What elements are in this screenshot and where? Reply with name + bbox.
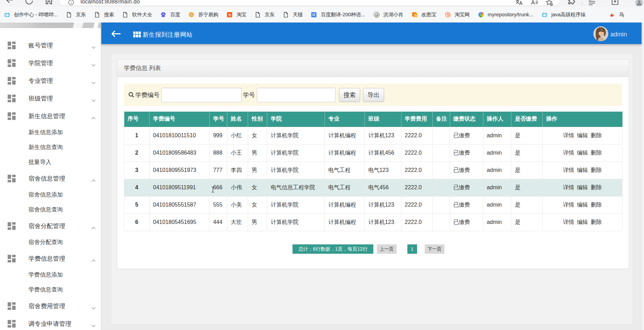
bookmark-item[interactable]: 洪湖小肖 — [374, 11, 404, 18]
sidebar-item-label: 学费信息管理 — [28, 254, 65, 263]
bookmark-label: 创作中心 - 哔哩哔... — [14, 11, 58, 18]
row-action-edit[interactable]: 编辑 — [577, 167, 588, 173]
svg-text:淘: 淘 — [228, 13, 231, 17]
row-action-detail[interactable]: 详情 — [563, 167, 574, 173]
row-action-detail[interactable]: 详情 — [563, 184, 574, 190]
row-action-delete[interactable]: 删除 — [591, 219, 602, 225]
sidebar-subitem[interactable]: 宿舍信息查询 — [0, 202, 101, 217]
student-no-input[interactable] — [257, 88, 336, 102]
sidebar-subitem[interactable]: 宿舍分配查询 — [0, 235, 101, 250]
bookmark-item[interactable]: du百度 — [160, 11, 180, 18]
table-cell: admin — [483, 196, 511, 214]
user-avatar[interactable] — [593, 26, 608, 41]
collections-icon[interactable] — [611, 0, 619, 6]
table-cell: 小王 — [227, 144, 248, 162]
row-action-edit[interactable]: 编辑 — [577, 202, 588, 208]
bookmark-item[interactable]: 鸟 — [609, 11, 624, 18]
sidebar-item[interactable]: 宿舍信息管理 — [0, 170, 101, 187]
row-action-detail[interactable]: 详情 — [563, 132, 574, 138]
sidebar-item[interactable]: 账号管理 — [0, 36, 101, 54]
table-row[interactable]: 604101805451695444大壮男计算机学院计算机编程计算机123222… — [124, 214, 622, 231]
row-action-delete[interactable]: 删除 — [591, 132, 602, 138]
bookmark-item[interactable]: 京东 — [66, 11, 86, 18]
browser-profile-avatar[interactable] — [635, 0, 643, 6]
browser-reload-icon[interactable] — [25, 0, 34, 5]
bookmark-item[interactable]: 淘淘宝网 — [445, 11, 470, 18]
sidebar-item[interactable]: 宿舍费用管理 — [0, 297, 101, 315]
sidebar-subitem[interactable]: 学费信息添加 — [0, 267, 101, 282]
sidebar-item[interactable]: 班级管理 — [0, 89, 101, 107]
current-page-button[interactable]: 1 — [407, 244, 417, 254]
chevron-up-icon — [91, 177, 96, 183]
table-cell: 计算机123 — [365, 127, 401, 144]
site-info-icon[interactable] — [68, 0, 74, 6]
row-action-detail[interactable]: 详情 — [563, 219, 574, 225]
table-cell: admin — [483, 144, 511, 162]
browser-back-icon[interactable] — [5, 0, 14, 5]
bookmark-item[interactable]: 创作中心 - 哔哩哔... — [4, 11, 58, 18]
table-cell: 已缴费 — [450, 179, 483, 196]
add-favorite-icon[interactable] — [545, 0, 553, 6]
bookmark-item[interactable]: 搜索 — [94, 11, 114, 18]
row-action-detail[interactable]: 详情 — [563, 202, 574, 208]
sidebar-subitem[interactable]: 批量导入 — [0, 155, 101, 170]
sidebar-item[interactable]: 调专业申请管理 — [0, 315, 101, 330]
app-grid-icon[interactable] — [133, 32, 141, 37]
row-action-delete[interactable]: 删除 — [591, 202, 602, 208]
table-row[interactable]: 404101809511991666小伟女电气信息工程学院电气工程电气45622… — [124, 179, 622, 196]
bookmark-item[interactable]: 京东 — [255, 11, 274, 18]
next-page-button[interactable]: 下一页 — [425, 244, 444, 254]
bookmark-item[interactable]: 译百度翻译-200种语... — [311, 11, 365, 18]
read-aloud-icon[interactable] — [530, 0, 538, 6]
sidebar-item[interactable]: 学院管理 — [0, 54, 101, 72]
sidebar-item[interactable]: 宿舍分配管理 — [0, 217, 101, 235]
prev-page-button[interactable]: 上一页 — [377, 244, 397, 254]
sidebar-subitem[interactable]: 学费信息查询 — [0, 282, 101, 297]
row-action-edit[interactable]: 编辑 — [577, 219, 588, 225]
extensions-icon[interactable] — [567, 0, 575, 6]
search-panel: 学费编号 学号 搜索 导出 — [124, 84, 622, 106]
row-action-edit[interactable]: 编辑 — [577, 150, 588, 156]
bookmark-item[interactable]: 淘淘宝 — [227, 11, 246, 18]
bookmark-item[interactable]: 软件大全 — [122, 11, 152, 18]
app-back-arrow-icon[interactable] — [111, 31, 121, 37]
table-row[interactable]: 204101809586483888小王男计算机学院计算机编程计算机456222… — [124, 144, 622, 162]
browser-home-icon[interactable] — [44, 0, 53, 5]
row-action-delete[interactable]: 删除 — [591, 150, 602, 156]
sidebar-subitem[interactable]: 宿舍信息添加 — [0, 187, 101, 202]
table-row[interactable]: 304101809551973777李四男计算机学院电气工程电气1232222.… — [124, 162, 622, 179]
sidebar-subitem[interactable]: 新生信息添加 — [0, 125, 101, 140]
sidebar-item[interactable]: 新生信息管理 — [0, 107, 101, 125]
bookmark-item[interactable]: java高级程序猿 — [542, 11, 586, 18]
row-action-edit[interactable]: 编辑 — [577, 184, 588, 190]
row-action-delete[interactable]: 删除 — [591, 167, 602, 173]
table-cell: 小红 — [227, 127, 248, 144]
table-cell: 04101809511991 — [150, 179, 210, 196]
row-action-detail[interactable]: 详情 — [563, 150, 574, 156]
bookmark-item[interactable]: 天猫 — [283, 11, 303, 18]
address-bar[interactable]: localhost:8088/main.do — [60, 0, 559, 6]
bookmark-item[interactable]: 苏宁易购 — [188, 11, 218, 18]
table-row[interactable]: 504101805551587555小美女计算机学院计算机编程计算机123222… — [124, 196, 622, 214]
export-button[interactable]: 导出 — [363, 88, 384, 102]
scrollbar-track[interactable] — [642, 22, 644, 330]
search-button[interactable]: 搜索 — [339, 88, 360, 102]
table-row[interactable]: 104101810011510999小红女计算机学院计算机编程计算机123222… — [124, 127, 622, 144]
url-text[interactable]: localhost:8088/main.do — [80, 0, 140, 5]
sidebar-item[interactable]: 学费信息管理 — [0, 250, 101, 267]
table-cell: 2 — [124, 144, 150, 162]
favorites-icon[interactable] — [588, 0, 596, 6]
translate-icon[interactable] — [515, 0, 523, 6]
sidebar-subitem[interactable]: 新生信息查询 — [0, 140, 101, 155]
table-cell: 计算机编程 — [325, 196, 365, 214]
bookmark-item[interactable]: myrepository/trunk... — [478, 12, 533, 18]
tuition-no-input[interactable] — [161, 88, 242, 102]
bookmark-item[interactable]: 改图宝 — [412, 11, 437, 18]
sidebar-item[interactable]: 专业管理 — [0, 72, 101, 89]
sidebar-top-band — [0, 23, 101, 28]
row-action-edit[interactable]: 编辑 — [577, 132, 588, 138]
row-actions-cell: 详情编辑删除 — [542, 214, 622, 231]
row-action-delete[interactable]: 删除 — [591, 184, 602, 190]
table-cell: admin — [483, 179, 511, 196]
username-label[interactable]: admin — [610, 31, 627, 38]
